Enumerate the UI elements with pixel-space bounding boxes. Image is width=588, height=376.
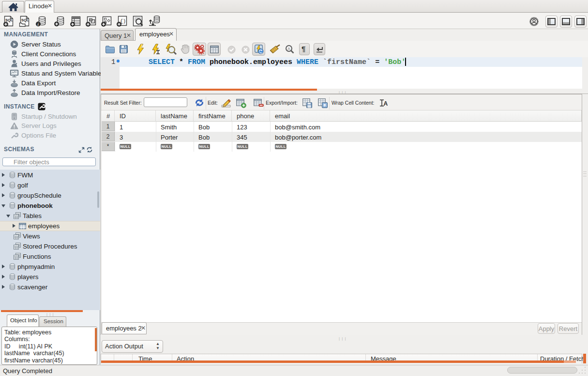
- svg-text:A: A: [384, 100, 388, 107]
- svg-text:SQL: SQL: [21, 18, 29, 22]
- svg-text:SQL: SQL: [5, 18, 13, 22]
- svg-text:A: A: [287, 47, 290, 51]
